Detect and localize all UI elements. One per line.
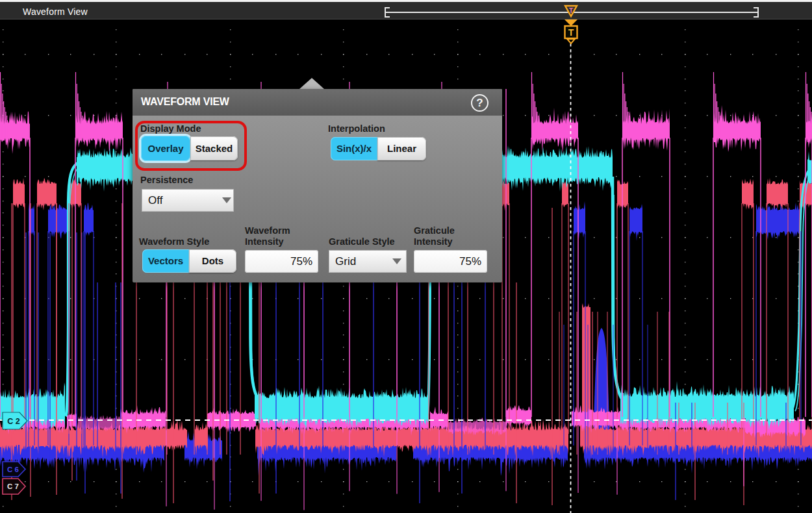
svg-text:T: T <box>569 6 574 14</box>
svg-text:C 7: C 7 <box>7 482 19 490</box>
svg-text:C 2: C 2 <box>7 417 20 426</box>
svg-text:T: T <box>568 27 574 38</box>
svg-text:C 6: C 6 <box>7 466 19 473</box>
